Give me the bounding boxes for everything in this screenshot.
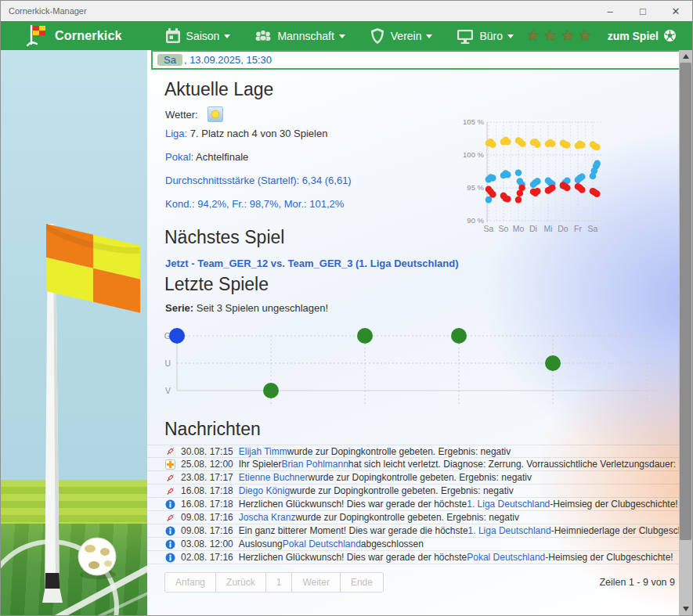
pokal-line: Pokal: Achtelfinale	[165, 151, 692, 163]
news-link[interactable]: 1. Liga Deutschland	[467, 499, 550, 510]
date-bar[interactable]: Sa , 13.09.2025, 15:30	[151, 50, 689, 70]
menu-saison-label: Saison	[186, 30, 220, 42]
next-match-line: Jetzt - Team_GER_12 vs. Team_GER_3 (1. L…	[165, 258, 692, 269]
news-icon-wrap	[165, 459, 175, 470]
pagination: Anfang Zurück 1 Weiter Ende	[164, 572, 384, 593]
result-dot-G	[169, 328, 185, 344]
news-row: 16.08. 17:18Diego König wurde zur Doping…	[147, 485, 684, 498]
chart-dot	[549, 140, 556, 147]
window-title: Cornerkick-Manager	[9, 6, 87, 16]
maximize-button[interactable]: □	[626, 1, 659, 21]
pagination-weiter-button[interactable]: Weiter	[291, 572, 340, 593]
news-row: 09.08. 17:16Ein ganz bitterer Moment! Di…	[147, 524, 684, 538]
chart-dot	[564, 185, 571, 192]
menu-mannschaft[interactable]: Mannschaft	[254, 27, 345, 45]
news-date: 16.08. 17:18	[181, 499, 233, 510]
scrollbar-thumb[interactable]	[680, 63, 691, 540]
liga-link[interactable]: Liga:	[165, 128, 187, 139]
news-link[interactable]: Elijah Timm	[239, 446, 287, 457]
pagination-anfang-button[interactable]: Anfang	[164, 572, 216, 593]
news-row: 02.08. 17:16Herzlichen Glückwunsch! Dies…	[147, 551, 684, 564]
menu-verein[interactable]: Verein	[369, 27, 433, 45]
news-text: wurde zur Dopingkontrolle gebeten. Ergeb…	[308, 472, 532, 483]
y-tick-label: 105 %	[463, 117, 484, 126]
scroll-down-button[interactable]	[679, 603, 692, 615]
info-icon	[165, 539, 175, 549]
syringe-icon	[165, 513, 175, 523]
news-list: 30.08. 17:15Elijah Timm wurde zur Doping…	[147, 445, 684, 564]
news-icon-wrap	[165, 486, 175, 496]
minimize-button[interactable]: –	[594, 1, 626, 21]
pagination-ende-button[interactable]: Ende	[340, 572, 384, 593]
news-link[interactable]: 1. Liga Deutschland	[468, 525, 551, 536]
news-link[interactable]: Diego König	[239, 485, 290, 496]
news-row: 23.08. 17:17Etienne Buchner wurde zur Do…	[147, 471, 684, 485]
staerke-link[interactable]: Durchschnittsstärke (Startelf): 6,34 (6,…	[165, 175, 352, 186]
close-button[interactable]: ✕	[659, 1, 692, 21]
y-tick-label: V	[165, 386, 171, 395]
scroll-up-icon	[683, 54, 689, 59]
chart-dot	[515, 169, 522, 176]
y-tick-label: 100 %	[463, 150, 484, 159]
series-Kond	[485, 182, 601, 203]
news-date: 16.08. 17:18	[181, 485, 233, 496]
news-row: 09.08. 17:16Joscha Kranz wurde zur Dopin…	[147, 511, 684, 524]
brand: Cornerkick	[26, 24, 122, 47]
star-icon: ★	[526, 27, 543, 44]
news-link[interactable]: Brian Pohlmann	[281, 459, 348, 470]
news-icon-wrap	[165, 539, 175, 549]
news-link[interactable]: Pokal Deutschland	[283, 539, 361, 549]
menu-saison[interactable]: Saison	[164, 27, 231, 45]
series-Mor	[485, 136, 601, 150]
news-date: 03.08. 12:00	[181, 539, 233, 549]
letzte-spiele-title: Letzte Spiele	[164, 274, 692, 295]
chart-dot	[594, 144, 601, 151]
corner-flag-logo-icon	[26, 24, 47, 47]
star-icon: ★	[578, 27, 595, 44]
chart-dot	[579, 173, 586, 180]
news-text: -Heimsieg der Clubgeschichte!	[550, 499, 677, 510]
news-row: 16.08. 17:18Herzlichen Glückwunsch! Dies…	[147, 498, 684, 511]
results-chart: GUV	[158, 320, 666, 412]
corner-flag-photo	[1, 50, 147, 615]
navbar: Cornerkick Saison Mannschaft	[1, 21, 692, 50]
next-match-link[interactable]: Jetzt - Team_GER_12 vs. Team_GER_3 (1. L…	[165, 258, 458, 269]
shield-icon	[369, 27, 386, 45]
news-link[interactable]: Pokal Deutschland	[467, 552, 545, 563]
zum-spiel-label: zum Spiel	[608, 30, 659, 42]
result-dot-G	[357, 328, 373, 344]
aktuelle-lage-title: Aktuelle Lage	[164, 79, 692, 100]
star-icon: ★	[543, 27, 561, 44]
scroll-up-button[interactable]	[679, 50, 692, 63]
chart-dot	[564, 142, 571, 149]
vertical-scrollbar[interactable]	[679, 50, 692, 615]
chart-dot	[594, 190, 601, 197]
pagination-zurueck-button[interactable]: Zurück	[215, 572, 266, 593]
kondition-link[interactable]: Kond.: 94,2%, Fr.: 98,7%, Mor.: 101,2%	[165, 198, 344, 210]
news-text: wurde zur Dopingkontrolle gebeten. Ergeb…	[295, 512, 519, 523]
news-text: wurde zur Dopingkontrolle gebeten. Ergeb…	[290, 485, 514, 496]
pagination-page-1-button[interactable]: 1	[265, 572, 293, 593]
serie-line: Serie: Seit 3 Spielen ungeschlagen!	[165, 302, 692, 314]
dashboard: Sa , 13.09.2025, 15:30 Aktuelle Lage Wet…	[147, 50, 692, 615]
news-icon-wrap	[165, 513, 175, 523]
menu-buero[interactable]: Büro	[456, 27, 514, 45]
news-text: Ihr Spieler	[239, 459, 282, 470]
result-dot-G	[451, 328, 467, 344]
chart-dot	[489, 175, 496, 182]
form-chart: 105 %100 %95 %90 %SaSoMoDiMiDoFrSa	[457, 113, 606, 236]
news-date: 25.08. 12:00	[181, 459, 233, 470]
news-text: -Heimsieg der Clubgeschichte!	[545, 552, 673, 563]
news-link[interactable]: Etienne Buchner	[239, 472, 309, 483]
y-tick-label: 95 %	[467, 183, 484, 192]
chart-dot	[515, 196, 522, 204]
chart-dot	[534, 141, 541, 148]
pokal-link[interactable]: Pokal:	[165, 151, 193, 163]
news-text: Herzlichen Glückwunsch! Dies war gerade …	[239, 552, 467, 563]
pagination-row: Anfang Zurück 1 Weiter Ende Zeilen 1 - 9…	[164, 572, 675, 593]
chart-dot	[518, 185, 525, 192]
news-text: Auslosung	[239, 539, 283, 549]
x-tick-label: Sa	[484, 224, 494, 233]
zum-spiel-button[interactable]: zum Spiel	[608, 29, 677, 42]
news-link[interactable]: Joscha Kranz	[239, 512, 296, 523]
